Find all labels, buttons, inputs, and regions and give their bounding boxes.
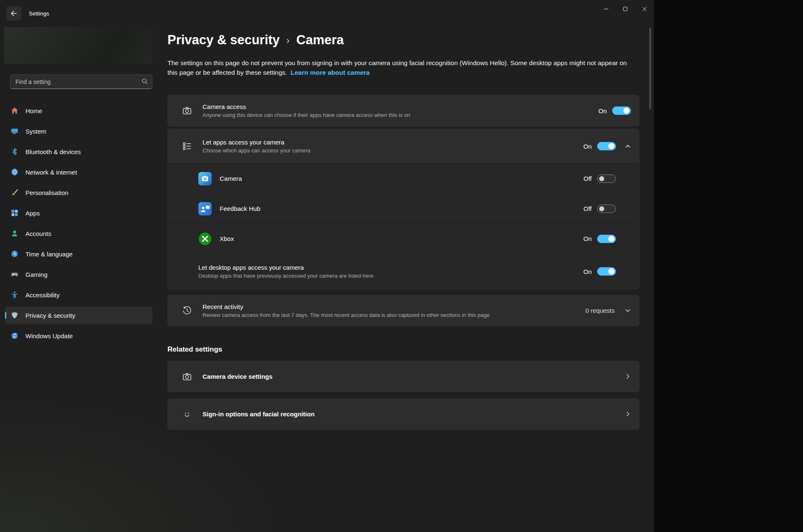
sidebar-item-system[interactable]: System bbox=[5, 122, 152, 140]
personalisation-icon bbox=[11, 189, 18, 196]
sidebar-item-label: System bbox=[25, 128, 46, 135]
let-apps-expander: Let apps access your camera Choose which… bbox=[167, 129, 639, 289]
let-apps-toggle[interactable] bbox=[597, 142, 616, 150]
toggle-state-label: On bbox=[598, 107, 607, 114]
xbox-toggle[interactable] bbox=[597, 235, 616, 243]
sidebar-item-label: Personalisation bbox=[25, 189, 68, 196]
setting-description: Review camera access from the last 7 day… bbox=[203, 312, 585, 318]
chevron-up-icon[interactable] bbox=[625, 143, 631, 149]
sidebar-item-windows-update[interactable]: Windows Update bbox=[5, 327, 152, 345]
chevron-down-icon[interactable] bbox=[625, 307, 631, 314]
sidebar-item-accessibility[interactable]: Accessibility bbox=[5, 286, 152, 304]
minimize-button[interactable] bbox=[596, 0, 616, 18]
sign-in-options-card[interactable]: Sign-in options and facial recognition bbox=[167, 398, 639, 430]
sidebar-item-bluetooth-devices[interactable]: Bluetooth & devices bbox=[5, 143, 152, 160]
app-name: Xbox bbox=[220, 235, 234, 242]
sidebar-item-label: Time & language bbox=[25, 251, 73, 258]
search-icon bbox=[142, 78, 148, 85]
apps-list-icon bbox=[182, 141, 192, 151]
camera-access-toggle[interactable] bbox=[612, 106, 631, 115]
app-name: Feedback Hub bbox=[220, 205, 261, 212]
app-row-xbox: Xbox On bbox=[168, 223, 639, 253]
recent-activity-count: 0 requests bbox=[585, 307, 615, 314]
windows-update-icon bbox=[11, 332, 18, 339]
camera-access-card: Camera access Anyone using this device c… bbox=[167, 95, 639, 127]
camera-icon bbox=[182, 372, 192, 382]
desktop-apps-toggle[interactable] bbox=[597, 267, 616, 276]
sidebar-item-label: Network & internet bbox=[25, 169, 77, 176]
titlebar: Settings bbox=[0, 0, 654, 27]
sidebar-item-home[interactable]: Home bbox=[5, 102, 152, 119]
related-item-label: Sign-in options and facial recognition bbox=[203, 410, 616, 418]
xbox-icon bbox=[198, 232, 212, 246]
chevron-right-icon bbox=[625, 373, 631, 380]
maximize-button[interactable] bbox=[616, 0, 635, 18]
apps-icon bbox=[11, 209, 18, 217]
close-button[interactable] bbox=[635, 0, 654, 18]
setting-description: Choose which apps can access your camera bbox=[203, 147, 583, 154]
desktop-apps-row: Let desktop apps access your camera Desk… bbox=[168, 253, 639, 289]
camera-device-settings-card[interactable]: Camera device settings bbox=[167, 361, 639, 392]
back-arrow-icon bbox=[10, 10, 17, 17]
search-input[interactable] bbox=[10, 74, 152, 89]
sidebar: Home System Bluetooth & devices bbox=[0, 27, 155, 532]
face-icon bbox=[182, 409, 192, 419]
setting-title: Camera access bbox=[203, 103, 598, 110]
privacy-security-icon bbox=[11, 312, 18, 319]
sidebar-item-gaming[interactable]: Gaming bbox=[5, 266, 152, 283]
camera-app-icon bbox=[198, 172, 212, 185]
setting-description: Anyone using this device can choose if t… bbox=[203, 112, 598, 118]
setting-description: Desktop apps that have previously access… bbox=[198, 273, 583, 279]
sidebar-item-label: Accounts bbox=[25, 230, 51, 237]
page-title: Camera bbox=[296, 33, 344, 48]
back-button[interactable] bbox=[6, 6, 21, 20]
sidebar-item-label: Bluetooth & devices bbox=[25, 148, 81, 155]
accounts-icon bbox=[11, 230, 18, 237]
sidebar-item-privacy-security[interactable]: Privacy & security bbox=[5, 307, 152, 324]
setting-title: Let apps access your camera bbox=[203, 139, 583, 146]
sidebar-item-time-language[interactable]: Time & language bbox=[5, 245, 152, 263]
feedback-hub-toggle[interactable] bbox=[597, 205, 616, 213]
recent-activity-card[interactable]: Recent activity Review camera access fro… bbox=[167, 295, 639, 326]
sidebar-item-apps[interactable]: Apps bbox=[5, 204, 152, 222]
sidebar-item-personalisation[interactable]: Personalisation bbox=[5, 184, 152, 201]
scrollbar-thumb[interactable] bbox=[649, 28, 651, 109]
let-apps-header[interactable]: Let apps access your camera Choose which… bbox=[168, 129, 639, 163]
sidebar-item-label: Apps bbox=[25, 210, 40, 217]
sidebar-item-label: Home bbox=[25, 107, 42, 114]
accessibility-icon bbox=[11, 291, 18, 299]
intro-text: The settings on this page do not prevent… bbox=[167, 59, 627, 76]
time-language-icon bbox=[11, 250, 18, 258]
sidebar-item-network-internet[interactable]: Network & internet bbox=[5, 163, 152, 181]
toggle-state-label: On bbox=[583, 143, 592, 150]
network-icon bbox=[11, 168, 18, 176]
toggle-state-label: Off bbox=[583, 175, 592, 182]
system-icon bbox=[11, 127, 18, 135]
app-name: Camera bbox=[220, 175, 242, 182]
sidebar-item-label: Gaming bbox=[25, 271, 48, 278]
setting-title: Let desktop apps access your camera bbox=[198, 264, 583, 271]
related-settings-heading: Related settings bbox=[167, 345, 639, 354]
profile-banner bbox=[4, 27, 152, 64]
camera-icon bbox=[182, 106, 192, 116]
toggle-state-label: On bbox=[583, 268, 592, 275]
setting-title: Recent activity bbox=[203, 303, 585, 310]
chevron-right-icon bbox=[625, 411, 631, 417]
scrollbar-track bbox=[649, 28, 651, 529]
learn-more-link[interactable]: Learn more about camera bbox=[291, 69, 370, 76]
sidebar-item-accounts[interactable]: Accounts bbox=[5, 225, 152, 242]
related-item-label: Camera device settings bbox=[203, 373, 616, 380]
breadcrumb-parent[interactable]: Privacy & security bbox=[167, 33, 280, 48]
bluetooth-icon bbox=[11, 148, 18, 155]
window-title: Settings bbox=[29, 10, 49, 17]
home-icon bbox=[11, 107, 18, 114]
breadcrumb-separator-icon: › bbox=[286, 35, 290, 46]
sidebar-nav: Home System Bluetooth & devices bbox=[0, 102, 155, 345]
gaming-icon bbox=[11, 271, 18, 278]
feedback-hub-icon bbox=[198, 202, 212, 215]
history-icon bbox=[182, 306, 192, 316]
toggle-state-label: On bbox=[583, 235, 592, 242]
camera-app-toggle[interactable] bbox=[597, 175, 616, 183]
app-row-camera: Camera Off bbox=[168, 163, 639, 193]
settings-window: Settings bbox=[0, 0, 654, 532]
